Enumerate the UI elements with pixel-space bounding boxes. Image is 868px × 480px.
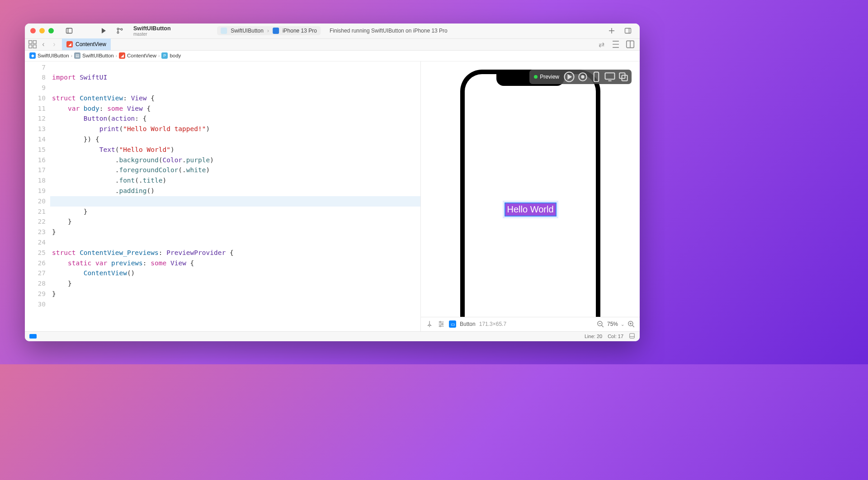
adjust-icon[interactable] xyxy=(611,39,621,49)
zoom-level[interactable]: 75% xyxy=(607,321,618,327)
folder-icon: ▤ xyxy=(74,52,80,59)
code-line[interactable]: .padding() xyxy=(50,186,420,196)
code-line[interactable] xyxy=(50,83,420,93)
device-button[interactable] xyxy=(590,71,603,82)
code-line[interactable] xyxy=(50,62,420,73)
chevron-right-icon: › xyxy=(158,53,160,58)
toggle-inspector-button[interactable] xyxy=(622,25,634,36)
code-line[interactable]: struct ContentView: View { xyxy=(50,93,420,104)
zoom-in-button[interactable] xyxy=(627,320,635,328)
device-screen[interactable]: Hello World xyxy=(465,74,596,317)
duplicate-button[interactable] xyxy=(617,71,630,82)
element-dims: 171.3×65.7 xyxy=(479,321,506,327)
code-line[interactable]: } xyxy=(50,207,420,217)
inspect-button[interactable] xyxy=(576,71,589,82)
minimize-window-button[interactable] xyxy=(39,28,45,33)
back-button[interactable]: ‹ xyxy=(38,39,48,49)
code-line[interactable] xyxy=(50,299,420,310)
swift-file-icon: ◢ xyxy=(119,52,125,59)
svg-rect-21 xyxy=(594,72,599,81)
zoom-window-button[interactable] xyxy=(48,28,54,33)
live-dot-icon xyxy=(534,75,538,79)
source-editor[interactable]: 7891011121314151617181920212223242526272… xyxy=(25,61,420,331)
chevron-right-icon: › xyxy=(116,53,117,58)
scheme-branch-icon[interactable] xyxy=(113,25,126,36)
code-line[interactable] xyxy=(50,237,420,248)
code-line[interactable]: static var previews: some View { xyxy=(50,258,420,268)
hello-world-button[interactable]: Hello World xyxy=(505,202,557,216)
svg-rect-12 xyxy=(33,45,36,48)
jump-bar[interactable]: ◆ SwiftUIButton › ▤ SwiftUIButton › ◢ Co… xyxy=(25,51,640,61)
code-line[interactable]: .font(.title) xyxy=(50,175,420,186)
code-line[interactable]: ContentView() xyxy=(50,268,420,278)
bc-1[interactable]: SwiftUIButton xyxy=(82,53,114,58)
svg-line-36 xyxy=(632,325,634,327)
svg-point-31 xyxy=(439,325,441,327)
close-window-button[interactable] xyxy=(30,28,36,33)
svg-point-30 xyxy=(442,324,443,325)
swift-file-icon: ◢ xyxy=(66,41,73,47)
line-gutter: 7891011121314151617181920212223242526272… xyxy=(25,61,50,331)
refresh-icon[interactable]: ⇄ xyxy=(596,39,606,49)
svg-point-2 xyxy=(117,28,119,30)
chevron-right-icon: › xyxy=(71,53,72,58)
selected-element: Button xyxy=(460,321,476,327)
cursor-col: Col: 17 xyxy=(608,334,623,339)
settings-icon[interactable] xyxy=(437,320,445,328)
zoom-out-button[interactable] xyxy=(596,320,604,328)
code-line[interactable]: Text("Hello World") xyxy=(50,145,420,155)
chevron-right-icon: › xyxy=(267,28,269,34)
editor-options-icon[interactable] xyxy=(625,39,635,49)
code-line[interactable]: } xyxy=(50,227,420,237)
related-items-button[interactable] xyxy=(28,39,38,49)
svg-point-4 xyxy=(121,28,123,30)
code-line[interactable]: var body: some View { xyxy=(50,104,420,114)
run-button[interactable] xyxy=(97,25,110,36)
traffic-lights xyxy=(30,28,54,33)
code-line[interactable] xyxy=(50,196,420,207)
minimap-icon[interactable] xyxy=(629,333,635,340)
scheme-selector[interactable]: SwiftUIButton › iPhone 13 Pro xyxy=(217,26,321,35)
code-line[interactable]: print("Hello World tapped!") xyxy=(50,124,420,134)
svg-rect-10 xyxy=(33,41,36,44)
property-icon: P xyxy=(161,52,168,59)
library-button[interactable] xyxy=(605,25,618,36)
svg-rect-11 xyxy=(29,45,32,48)
live-preview-button[interactable] xyxy=(563,71,576,82)
debug-indicator[interactable] xyxy=(29,334,37,339)
tab-contentview[interactable]: ◢ ContentView xyxy=(62,38,111,50)
canvas[interactable]: Preview Hello World xyxy=(421,61,640,317)
code-line[interactable]: }) { xyxy=(50,134,420,145)
code-line[interactable]: } xyxy=(50,216,420,227)
code-line[interactable]: Button(action: { xyxy=(50,113,420,124)
code-line[interactable]: .background(Color.purple) xyxy=(50,155,420,165)
chevron-down-icon[interactable]: ⌄ xyxy=(621,322,624,327)
code-line[interactable]: struct ContentView_Previews: PreviewProv… xyxy=(50,248,420,258)
preview-pane: Preview Hello World xyxy=(420,61,640,331)
code-line[interactable]: import SwiftUI xyxy=(50,72,420,83)
preview-status[interactable]: Preview xyxy=(531,74,562,80)
bc-0[interactable]: SwiftUIButton xyxy=(38,53,69,58)
canvas-footer: ▭ Button 171.3×65.7 75% ⌄ xyxy=(421,317,640,331)
code-line[interactable]: } xyxy=(50,289,420,299)
code-area[interactable]: import SwiftUI struct ContentView: View … xyxy=(50,61,420,331)
scheme-app: SwiftUIButton xyxy=(231,28,264,34)
build-status: Finished running SwiftUIButton on iPhone… xyxy=(330,28,448,34)
bc-2[interactable]: ContentView xyxy=(127,53,156,58)
titlebar: SwiftUIButton master SwiftUIButton › iPh… xyxy=(25,24,640,39)
branch-name: master xyxy=(133,32,171,37)
scheme-device: iPhone 13 Pro xyxy=(283,28,317,34)
display-button[interactable] xyxy=(604,71,616,82)
pin-icon[interactable] xyxy=(425,320,434,328)
forward-button[interactable]: › xyxy=(49,39,59,49)
canvas-toolbar: Preview xyxy=(529,70,632,84)
svg-rect-39 xyxy=(630,334,635,339)
svg-rect-22 xyxy=(605,73,615,79)
toggle-navigator-button[interactable] xyxy=(63,25,75,36)
svg-line-33 xyxy=(602,325,604,327)
bc-3[interactable]: body xyxy=(170,53,181,58)
code-line[interactable]: } xyxy=(50,278,420,289)
project-icon: ◆ xyxy=(29,52,36,59)
tab-label: ContentView xyxy=(75,41,106,47)
code-line[interactable]: .foregroundColor(.white) xyxy=(50,165,420,175)
